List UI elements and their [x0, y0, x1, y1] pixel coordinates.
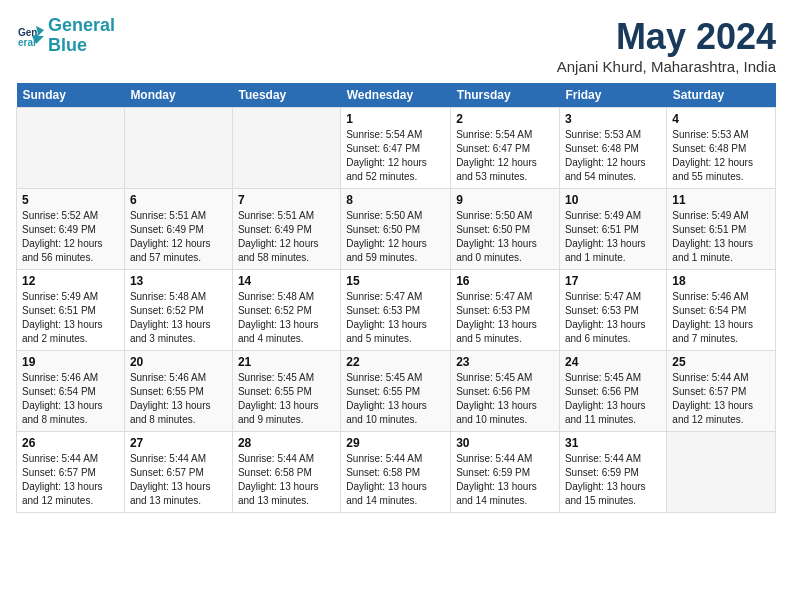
calendar-cell: 3Sunrise: 5:53 AM Sunset: 6:48 PM Daylig…	[559, 108, 666, 189]
calendar-cell: 22Sunrise: 5:45 AM Sunset: 6:55 PM Dayli…	[341, 351, 451, 432]
svg-text:eral: eral	[18, 37, 36, 48]
logo-text: General Blue	[48, 16, 115, 56]
logo-line2: Blue	[48, 35, 87, 55]
day-info: Sunrise: 5:54 AM Sunset: 6:47 PM Dayligh…	[456, 128, 554, 184]
day-number: 24	[565, 355, 661, 369]
day-info: Sunrise: 5:52 AM Sunset: 6:49 PM Dayligh…	[22, 209, 119, 265]
week-row-2: 5Sunrise: 5:52 AM Sunset: 6:49 PM Daylig…	[17, 189, 776, 270]
calendar-cell: 19Sunrise: 5:46 AM Sunset: 6:54 PM Dayli…	[17, 351, 125, 432]
day-number: 28	[238, 436, 335, 450]
logo: Gen eral General Blue	[16, 16, 115, 56]
calendar-cell: 9Sunrise: 5:50 AM Sunset: 6:50 PM Daylig…	[451, 189, 560, 270]
logo-line1: General	[48, 15, 115, 35]
day-number: 7	[238, 193, 335, 207]
page-header: Gen eral General Blue May 2024 Anjani Kh…	[16, 16, 776, 75]
calendar-cell: 27Sunrise: 5:44 AM Sunset: 6:57 PM Dayli…	[124, 432, 232, 513]
day-number: 27	[130, 436, 227, 450]
day-number: 21	[238, 355, 335, 369]
calendar-cell: 4Sunrise: 5:53 AM Sunset: 6:48 PM Daylig…	[667, 108, 776, 189]
weekday-header-saturday: Saturday	[667, 83, 776, 108]
day-info: Sunrise: 5:48 AM Sunset: 6:52 PM Dayligh…	[130, 290, 227, 346]
day-number: 2	[456, 112, 554, 126]
calendar-cell	[17, 108, 125, 189]
week-row-4: 19Sunrise: 5:46 AM Sunset: 6:54 PM Dayli…	[17, 351, 776, 432]
week-row-3: 12Sunrise: 5:49 AM Sunset: 6:51 PM Dayli…	[17, 270, 776, 351]
day-info: Sunrise: 5:49 AM Sunset: 6:51 PM Dayligh…	[672, 209, 770, 265]
calendar-cell: 16Sunrise: 5:47 AM Sunset: 6:53 PM Dayli…	[451, 270, 560, 351]
day-info: Sunrise: 5:44 AM Sunset: 6:57 PM Dayligh…	[130, 452, 227, 508]
day-number: 12	[22, 274, 119, 288]
day-info: Sunrise: 5:47 AM Sunset: 6:53 PM Dayligh…	[565, 290, 661, 346]
calendar-cell: 6Sunrise: 5:51 AM Sunset: 6:49 PM Daylig…	[124, 189, 232, 270]
day-info: Sunrise: 5:47 AM Sunset: 6:53 PM Dayligh…	[346, 290, 445, 346]
title-area: May 2024 Anjani Khurd, Maharashtra, Indi…	[557, 16, 776, 75]
day-info: Sunrise: 5:50 AM Sunset: 6:50 PM Dayligh…	[456, 209, 554, 265]
day-number: 5	[22, 193, 119, 207]
day-number: 23	[456, 355, 554, 369]
day-info: Sunrise: 5:48 AM Sunset: 6:52 PM Dayligh…	[238, 290, 335, 346]
calendar-cell: 13Sunrise: 5:48 AM Sunset: 6:52 PM Dayli…	[124, 270, 232, 351]
calendar-cell: 1Sunrise: 5:54 AM Sunset: 6:47 PM Daylig…	[341, 108, 451, 189]
day-info: Sunrise: 5:50 AM Sunset: 6:50 PM Dayligh…	[346, 209, 445, 265]
day-info: Sunrise: 5:46 AM Sunset: 6:55 PM Dayligh…	[130, 371, 227, 427]
day-info: Sunrise: 5:44 AM Sunset: 6:59 PM Dayligh…	[456, 452, 554, 508]
calendar-cell: 29Sunrise: 5:44 AM Sunset: 6:58 PM Dayli…	[341, 432, 451, 513]
day-number: 22	[346, 355, 445, 369]
calendar-cell: 17Sunrise: 5:47 AM Sunset: 6:53 PM Dayli…	[559, 270, 666, 351]
calendar-cell: 25Sunrise: 5:44 AM Sunset: 6:57 PM Dayli…	[667, 351, 776, 432]
day-info: Sunrise: 5:44 AM Sunset: 6:57 PM Dayligh…	[22, 452, 119, 508]
day-info: Sunrise: 5:54 AM Sunset: 6:47 PM Dayligh…	[346, 128, 445, 184]
day-info: Sunrise: 5:45 AM Sunset: 6:56 PM Dayligh…	[456, 371, 554, 427]
day-info: Sunrise: 5:51 AM Sunset: 6:49 PM Dayligh…	[130, 209, 227, 265]
week-row-1: 1Sunrise: 5:54 AM Sunset: 6:47 PM Daylig…	[17, 108, 776, 189]
calendar-cell: 8Sunrise: 5:50 AM Sunset: 6:50 PM Daylig…	[341, 189, 451, 270]
calendar-cell: 31Sunrise: 5:44 AM Sunset: 6:59 PM Dayli…	[559, 432, 666, 513]
day-number: 11	[672, 193, 770, 207]
weekday-header-wednesday: Wednesday	[341, 83, 451, 108]
month-title: May 2024	[557, 16, 776, 58]
day-info: Sunrise: 5:51 AM Sunset: 6:49 PM Dayligh…	[238, 209, 335, 265]
day-info: Sunrise: 5:44 AM Sunset: 6:57 PM Dayligh…	[672, 371, 770, 427]
week-row-5: 26Sunrise: 5:44 AM Sunset: 6:57 PM Dayli…	[17, 432, 776, 513]
weekday-header-thursday: Thursday	[451, 83, 560, 108]
calendar-cell	[124, 108, 232, 189]
day-number: 13	[130, 274, 227, 288]
day-number: 26	[22, 436, 119, 450]
calendar-table: SundayMondayTuesdayWednesdayThursdayFrid…	[16, 83, 776, 513]
weekday-header-monday: Monday	[124, 83, 232, 108]
weekday-header-sunday: Sunday	[17, 83, 125, 108]
day-info: Sunrise: 5:53 AM Sunset: 6:48 PM Dayligh…	[672, 128, 770, 184]
day-info: Sunrise: 5:45 AM Sunset: 6:55 PM Dayligh…	[346, 371, 445, 427]
day-info: Sunrise: 5:46 AM Sunset: 6:54 PM Dayligh…	[22, 371, 119, 427]
day-info: Sunrise: 5:44 AM Sunset: 6:58 PM Dayligh…	[346, 452, 445, 508]
calendar-cell: 28Sunrise: 5:44 AM Sunset: 6:58 PM Dayli…	[232, 432, 340, 513]
day-number: 31	[565, 436, 661, 450]
calendar-cell: 30Sunrise: 5:44 AM Sunset: 6:59 PM Dayli…	[451, 432, 560, 513]
calendar-cell: 18Sunrise: 5:46 AM Sunset: 6:54 PM Dayli…	[667, 270, 776, 351]
calendar-cell: 23Sunrise: 5:45 AM Sunset: 6:56 PM Dayli…	[451, 351, 560, 432]
day-number: 20	[130, 355, 227, 369]
day-info: Sunrise: 5:49 AM Sunset: 6:51 PM Dayligh…	[565, 209, 661, 265]
day-number: 30	[456, 436, 554, 450]
day-number: 29	[346, 436, 445, 450]
calendar-cell: 14Sunrise: 5:48 AM Sunset: 6:52 PM Dayli…	[232, 270, 340, 351]
calendar-cell	[667, 432, 776, 513]
logo-icon: Gen eral	[16, 22, 44, 50]
day-info: Sunrise: 5:45 AM Sunset: 6:56 PM Dayligh…	[565, 371, 661, 427]
calendar-cell: 2Sunrise: 5:54 AM Sunset: 6:47 PM Daylig…	[451, 108, 560, 189]
calendar-cell: 15Sunrise: 5:47 AM Sunset: 6:53 PM Dayli…	[341, 270, 451, 351]
location-subtitle: Anjani Khurd, Maharashtra, India	[557, 58, 776, 75]
day-number: 14	[238, 274, 335, 288]
day-number: 10	[565, 193, 661, 207]
day-number: 3	[565, 112, 661, 126]
day-info: Sunrise: 5:49 AM Sunset: 6:51 PM Dayligh…	[22, 290, 119, 346]
weekday-header-tuesday: Tuesday	[232, 83, 340, 108]
day-info: Sunrise: 5:47 AM Sunset: 6:53 PM Dayligh…	[456, 290, 554, 346]
calendar-cell	[232, 108, 340, 189]
day-info: Sunrise: 5:45 AM Sunset: 6:55 PM Dayligh…	[238, 371, 335, 427]
day-number: 18	[672, 274, 770, 288]
calendar-cell: 7Sunrise: 5:51 AM Sunset: 6:49 PM Daylig…	[232, 189, 340, 270]
day-number: 6	[130, 193, 227, 207]
day-info: Sunrise: 5:44 AM Sunset: 6:59 PM Dayligh…	[565, 452, 661, 508]
weekday-header-friday: Friday	[559, 83, 666, 108]
